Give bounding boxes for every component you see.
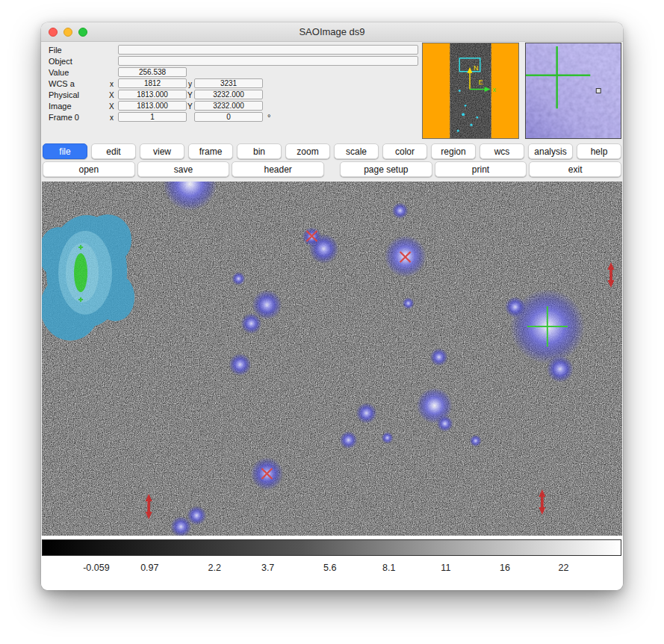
menu-region[interactable]: region bbox=[431, 143, 476, 159]
menu-help[interactable]: help bbox=[577, 143, 621, 159]
frame-zoom-field[interactable]: 1 bbox=[118, 112, 187, 122]
colorbar-tick: 8.1 bbox=[382, 563, 395, 573]
east-label: E bbox=[479, 78, 483, 86]
colorbar-tick: 3.7 bbox=[261, 563, 274, 573]
wcs-x-letter: x bbox=[110, 80, 114, 88]
colorbar-tick: 2.2 bbox=[208, 563, 221, 573]
colorbar-tick: 16 bbox=[500, 563, 510, 573]
close-button[interactable] bbox=[49, 28, 58, 37]
menu-view[interactable]: view bbox=[140, 143, 184, 159]
fullscreen-button[interactable] bbox=[78, 28, 87, 37]
menu-file[interactable]: file bbox=[43, 143, 87, 159]
wcs-y-field[interactable]: 3231 bbox=[194, 78, 263, 88]
colorbar-tick: 22 bbox=[558, 563, 568, 573]
file-label: File bbox=[49, 46, 62, 55]
colorbar-tick: 11 bbox=[441, 563, 450, 573]
header-button[interactable]: header bbox=[232, 161, 324, 177]
frame-x-letter: x bbox=[110, 114, 114, 122]
physical-x-letter: X bbox=[109, 91, 114, 99]
colorbar-tick: 0.97 bbox=[140, 563, 158, 573]
menu-zoom[interactable]: zoom bbox=[285, 143, 330, 159]
object-field[interactable] bbox=[118, 56, 418, 66]
window-title: SAOImage ds9 bbox=[299, 26, 364, 37]
save-button[interactable]: save bbox=[137, 161, 230, 177]
wcs-y-letter: y bbox=[188, 80, 192, 88]
frame-angle-field[interactable]: 0 bbox=[194, 112, 263, 122]
file-field[interactable] bbox=[118, 45, 418, 55]
traffic-lights bbox=[49, 28, 87, 37]
physical-y-letter: Y bbox=[187, 91, 193, 99]
menu-wcs[interactable]: wcs bbox=[480, 143, 524, 159]
app-window: SAOImage ds9 File Object Value 256.538 W… bbox=[41, 22, 623, 590]
image-y-letter: Y bbox=[187, 102, 193, 111]
north-label: N bbox=[474, 64, 478, 72]
page-setup-button[interactable]: page setup bbox=[340, 161, 432, 177]
menu-bin[interactable]: bin bbox=[237, 143, 282, 159]
x-axis-label: x bbox=[493, 86, 497, 93]
menu-scale[interactable]: scale bbox=[334, 143, 379, 159]
file-action-bar: open save header page setup print exit bbox=[43, 161, 621, 177]
degree-symbol: ° bbox=[267, 113, 270, 122]
colorbar-tick: 5.6 bbox=[323, 563, 336, 573]
magnifier[interactable] bbox=[525, 43, 621, 139]
colorbar-ticks: -0.059 0.97 2.2 3.7 5.6 8.1 11 16 22 bbox=[42, 563, 621, 578]
panner[interactable]: N x E bbox=[422, 43, 519, 139]
exit-button[interactable]: exit bbox=[529, 161, 621, 177]
physical-x-field[interactable]: 1813.000 bbox=[118, 90, 187, 99]
colorbar-section: -0.059 0.97 2.2 3.7 5.6 8.1 11 16 22 bbox=[41, 536, 623, 590]
menu-analysis[interactable]: analysis bbox=[528, 143, 573, 159]
menu-color[interactable]: color bbox=[382, 143, 427, 159]
image-y-field[interactable]: 3232.000 bbox=[194, 101, 263, 111]
wcs-x-field[interactable]: 1812 bbox=[118, 78, 187, 88]
physical-y-field[interactable]: 3232.000 bbox=[194, 90, 263, 99]
colorbar-tick: -0.059 bbox=[83, 563, 109, 573]
minimize-button[interactable] bbox=[63, 28, 72, 37]
titlebar[interactable]: SAOImage ds9 bbox=[41, 22, 623, 42]
frame-label: Frame 0 bbox=[49, 113, 79, 122]
value-field[interactable]: 256.538 bbox=[118, 67, 187, 77]
menu-frame[interactable]: frame bbox=[188, 143, 233, 159]
image-canvas[interactable] bbox=[42, 182, 622, 536]
colorbar-gradient[interactable] bbox=[42, 539, 621, 556]
image-x-field[interactable]: 1813.000 bbox=[118, 101, 187, 111]
image-x-letter: X bbox=[109, 102, 114, 111]
magnifier-cursor-box bbox=[596, 89, 601, 93]
open-button[interactable]: open bbox=[43, 161, 135, 177]
menu-bar: file edit view frame bin zoom scale colo… bbox=[43, 143, 621, 159]
menu-edit[interactable]: edit bbox=[91, 143, 136, 159]
value-label: Value bbox=[49, 68, 69, 77]
object-label: Object bbox=[49, 57, 72, 66]
wcs-label: WCS a bbox=[49, 79, 75, 88]
print-button[interactable]: print bbox=[435, 161, 527, 177]
image-label: Image bbox=[49, 102, 72, 111]
physical-label: Physical bbox=[49, 90, 79, 99]
